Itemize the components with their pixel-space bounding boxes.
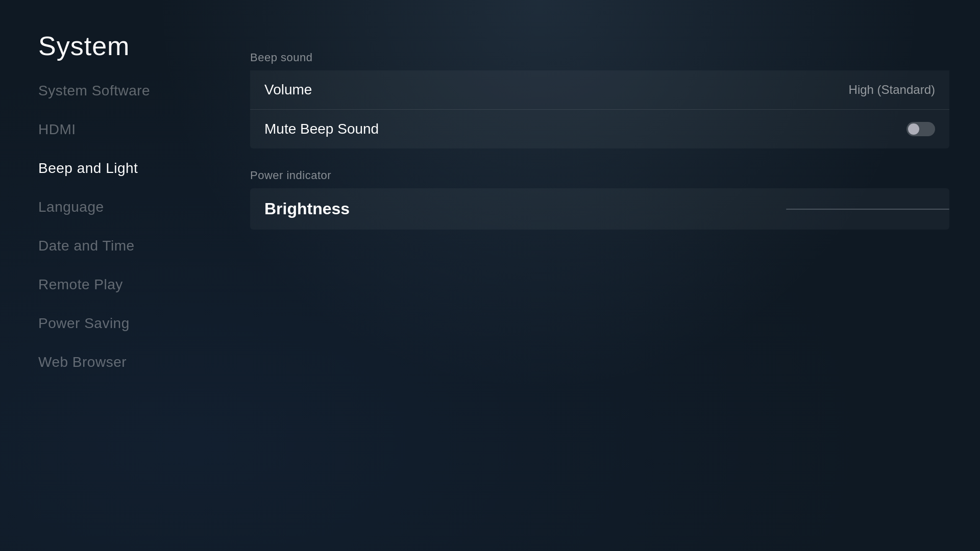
volume-row[interactable]: Volume High (Standard): [250, 70, 949, 110]
brightness-label: Brightness: [264, 199, 350, 218]
beep-sound-section-label: Beep sound: [250, 51, 949, 64]
power-indicator-section-label: Power indicator: [250, 169, 949, 182]
volume-value: High (Standard): [849, 83, 935, 97]
sidebar-item-beep-and-light[interactable]: Beep and Light: [38, 149, 232, 188]
sidebar-item-date-and-time[interactable]: Date and Time: [38, 227, 232, 265]
sidebar-item-system-software[interactable]: System Software: [38, 71, 232, 110]
beep-sound-group: Beep sound Volume High (Standard) Mute B…: [250, 51, 949, 148]
brightness-dropdown[interactable]: [786, 209, 949, 210]
brightness-row[interactable]: Brightness: [250, 188, 949, 230]
sidebar-item-web-browser[interactable]: Web Browser: [38, 343, 232, 382]
sidebar-item-power-saving[interactable]: Power Saving: [38, 304, 232, 343]
mute-beep-label: Mute Beep Sound: [264, 121, 379, 137]
sidebar-item-hdmi[interactable]: HDMI: [38, 110, 232, 149]
toggle-knob: [908, 123, 919, 135]
volume-label: Volume: [264, 82, 312, 98]
main-content: Beep sound Volume High (Standard) Mute B…: [250, 51, 949, 520]
sidebar-item-remote-play[interactable]: Remote Play: [38, 265, 232, 304]
power-indicator-group: Power indicator Brightness: [250, 169, 949, 230]
sidebar: System SoftwareHDMIBeep and LightLanguag…: [38, 71, 232, 382]
mute-beep-row[interactable]: Mute Beep Sound: [250, 110, 949, 148]
page-title: System: [38, 31, 130, 61]
sidebar-item-language[interactable]: Language: [38, 188, 232, 227]
mute-beep-toggle[interactable]: [906, 122, 935, 136]
